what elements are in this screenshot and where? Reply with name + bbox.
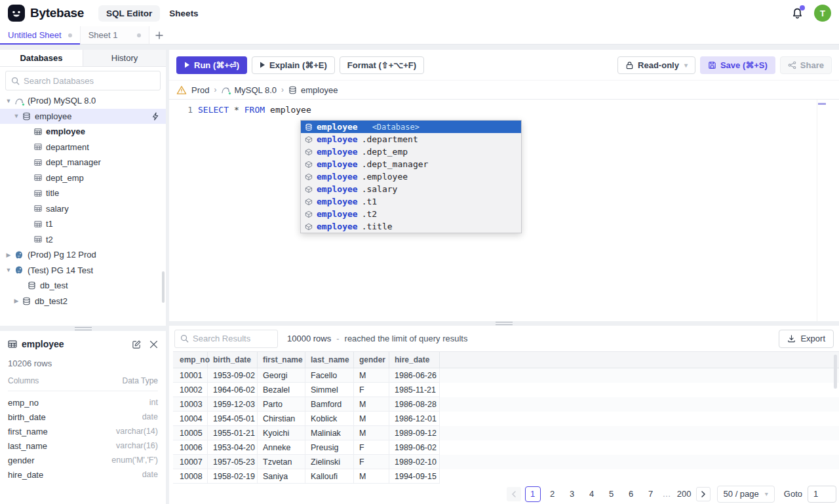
nav-sheets[interactable]: Sheets <box>169 9 198 18</box>
breadcrumb-instance[interactable]: MySQL 8.0 <box>221 85 277 95</box>
user-avatar[interactable]: T <box>814 5 831 22</box>
page-7[interactable]: 7 <box>643 486 659 502</box>
database-search[interactable] <box>5 71 161 90</box>
prev-page-button[interactable] <box>507 487 521 501</box>
results-search[interactable] <box>174 330 278 348</box>
page-6[interactable]: 6 <box>623 486 639 502</box>
page-4[interactable]: 4 <box>584 486 600 502</box>
page-3[interactable]: 3 <box>564 486 580 502</box>
column-name: emp_no <box>8 398 39 408</box>
autocomplete-item[interactable]: employee.dept_emp <box>301 145 521 158</box>
tree-label: t1 <box>46 219 53 229</box>
tree-table-title[interactable]: title <box>0 185 166 201</box>
sql-keyword: FROM <box>244 105 265 115</box>
bytebase-logo[interactable]: Bytebase <box>8 5 84 22</box>
cell: F <box>354 383 389 397</box>
column-name: last_name <box>8 441 47 451</box>
save-button[interactable]: Save (⌘+S) <box>700 56 775 74</box>
tree-database-db-test2[interactable]: ▶ db_test2 <box>0 294 166 309</box>
edit-table-icon[interactable] <box>132 339 142 349</box>
suggestion-name: employee <box>317 147 358 157</box>
tab-databases[interactable]: Databases <box>0 50 83 66</box>
tree-database-db-test[interactable]: db_test <box>0 278 166 294</box>
sheet-tab-sheet1[interactable]: Sheet 1 <box>80 26 149 44</box>
sidebar: Databases History ▼ (Prod) MySQL 8.0 ▼ e… <box>0 50 166 504</box>
run-button[interactable]: Run (⌘+⏎) <box>176 56 247 74</box>
tree-table-salary[interactable]: salary <box>0 201 166 217</box>
tree-instance-pg14[interactable]: ▼ (Test) PG 14 Test <box>0 263 166 279</box>
table-row: 100031959-12-03PartoBamfordM1986-08-28 <box>173 397 839 412</box>
database-icon <box>22 112 31 121</box>
page-2[interactable]: 2 <box>545 486 560 502</box>
search-databases-input[interactable] <box>24 76 155 86</box>
tree-table-department[interactable]: department <box>0 140 166 155</box>
suggestion-rest: .employee <box>362 172 408 182</box>
postgres-instance-icon <box>14 250 24 260</box>
sheet-tab-untitled[interactable]: Untitled Sheet <box>0 26 80 44</box>
autocomplete-item-selected[interactable]: employee <Database> <box>301 121 521 133</box>
tree-instance-pg12[interactable]: ▶ (Prod) Pg 12 Prod <box>0 247 166 263</box>
column-header[interactable]: hire_date <box>389 352 440 368</box>
autocomplete-item[interactable]: employee.employee <box>301 170 521 183</box>
tab-history[interactable]: History <box>83 50 166 66</box>
cell: 1954-05-01 <box>208 412 258 426</box>
add-sheet-button[interactable] <box>149 26 169 44</box>
notification-badge <box>800 5 805 10</box>
export-button[interactable]: Export <box>779 330 834 348</box>
breadcrumb-environment[interactable]: Prod <box>191 85 209 95</box>
notifications-bell-icon[interactable] <box>791 7 804 20</box>
page-last[interactable]: 200 <box>676 486 692 502</box>
column-type: int <box>149 398 158 407</box>
autocomplete-item[interactable]: employee.title <box>301 220 521 233</box>
autocomplete-item[interactable]: employee.salary <box>301 183 521 195</box>
sidebar-panel-splitter[interactable] <box>0 326 166 331</box>
autocomplete-item[interactable]: employee.department <box>301 133 521 145</box>
tree-table-t2[interactable]: t2 <box>0 232 166 248</box>
breadcrumb-database[interactable]: employee <box>288 85 338 95</box>
page-1[interactable]: 1 <box>525 486 541 502</box>
goto-page-input[interactable] <box>808 486 836 503</box>
tree-table-employee[interactable]: employee <box>0 124 166 140</box>
table-suggestion-icon <box>305 161 313 168</box>
tree-table-t1[interactable]: t1 <box>0 216 166 232</box>
sql-code-editor[interactable]: 1 SELECT * FROM employee employee <Datab… <box>169 100 839 321</box>
tree-table-dept-emp[interactable]: dept_emp <box>0 170 166 186</box>
editor-results-splitter[interactable] <box>169 321 839 326</box>
share-button[interactable]: Share <box>780 56 832 74</box>
table-suggestion-icon <box>305 148 313 156</box>
nav-sql-editor[interactable]: SQL Editor <box>98 5 160 22</box>
autocomplete-popup: employee <Database> employee.department … <box>300 120 522 233</box>
next-page-button[interactable] <box>696 487 711 501</box>
close-panel-icon[interactable] <box>149 340 158 349</box>
tree-label: title <box>46 188 59 198</box>
page-size-select[interactable]: 50 / page ▾ <box>717 486 775 503</box>
autocomplete-item[interactable]: employee.t1 <box>301 195 521 208</box>
column-header[interactable]: last_name <box>305 352 354 368</box>
sidebar-scrollbar[interactable] <box>162 271 165 303</box>
connect-bolt-icon[interactable] <box>151 112 159 121</box>
lock-icon <box>625 61 634 69</box>
tree-instance-mysql[interactable]: ▼ (Prod) MySQL 8.0 <box>0 93 166 109</box>
autocomplete-item[interactable]: employee.t2 <box>301 208 521 220</box>
tree-table-dept-manager[interactable]: dept_manager <box>0 155 166 170</box>
autocomplete-item[interactable]: employee.dept_manager <box>301 158 521 170</box>
suggestion-name: employee <box>317 209 358 219</box>
tree-database-employee[interactable]: ▼ employee <box>0 109 166 125</box>
postgres-instance-icon <box>14 265 24 275</box>
results-grid-header: emp_no birth_date first_name last_name g… <box>173 351 839 368</box>
minimap <box>817 100 817 321</box>
column-header[interactable]: birth_date <box>208 352 258 368</box>
topbar: Bytebase SQL Editor Sheets T <box>0 0 839 26</box>
readonly-mode-button[interactable]: Read-only ▾ <box>617 56 695 74</box>
results-scrollbar[interactable] <box>834 355 837 389</box>
column-header[interactable]: gender <box>354 352 389 368</box>
table-suggestion-icon <box>305 210 313 218</box>
page-5[interactable]: 5 <box>604 486 619 502</box>
cell: 1989-06-02 <box>389 440 440 455</box>
format-button[interactable]: Format (⇧+⌥+F) <box>340 56 424 74</box>
column-header[interactable]: first_name <box>258 352 305 368</box>
column-header[interactable]: emp_no <box>173 352 208 368</box>
page-size-value: 50 / page <box>724 489 759 499</box>
explain-button[interactable]: Explain (⌘+E) <box>252 56 335 74</box>
search-results-input[interactable] <box>193 334 272 343</box>
